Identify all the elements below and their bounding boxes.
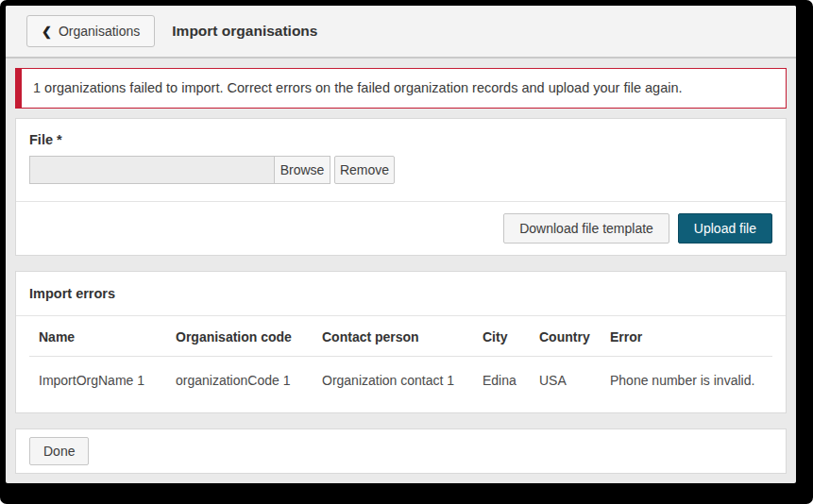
file-input-row: Browse Remove [29,156,772,184]
cell-city: Edina [473,357,530,413]
remove-button[interactable]: Remove [334,156,395,184]
file-field-label: File * [29,132,772,147]
cell-error: Phone number is invalid. [601,357,772,413]
top-bar: ❮ Organisations Import organisations [6,6,796,59]
table-header-row: Name Organisation code Contact person Ci… [29,316,772,357]
import-errors-title: Import errors [16,272,786,315]
cell-country: USA [530,357,601,413]
column-header-organisation-code: Organisation code [166,316,313,357]
column-header-contact-person: Contact person [313,316,473,357]
import-errors-card: Import errors Name Organisation code Con… [15,271,787,413]
chevron-left-icon: ❮ [42,25,52,38]
column-header-country: Country [530,316,601,357]
import-errors-table: Name Organisation code Contact person Ci… [29,316,772,412]
file-path-input[interactable] [29,156,275,184]
download-file-template-button[interactable]: Download file template [503,213,669,244]
browse-button[interactable]: Browse [274,156,330,184]
page-title: Import organisations [172,23,317,40]
column-header-city: City [473,316,530,357]
table-row: ImportOrgName 1 organizationCode 1 Organ… [29,357,772,413]
cell-name: ImportOrgName 1 [29,357,166,413]
done-button[interactable]: Done [29,437,89,465]
footer-card: Done [15,428,787,474]
back-to-organisations-button[interactable]: ❮ Organisations [26,15,155,47]
cell-organisation-code: organizationCode 1 [166,357,313,413]
import-organisations-page: ❮ Organisations Import organisations 1 o… [6,6,796,483]
file-actions: Download file template Upload file [16,202,786,255]
error-alert: 1 organizations failed to import. Correc… [15,68,787,109]
error-alert-message: 1 organizations failed to import. Correc… [33,80,683,95]
app-window: ❮ Organisations Import organisations 1 o… [0,0,813,504]
back-button-label: Organisations [59,24,140,39]
cell-contact-person: Organization contact 1 [313,357,473,413]
column-header-name: Name [29,316,166,357]
column-header-error: Error [601,316,772,357]
main-content: 1 organizations failed to import. Correc… [6,59,796,474]
upload-file-button[interactable]: Upload file [678,213,772,244]
file-field-group: File * Browse Remove [16,119,786,201]
file-upload-card: File * Browse Remove Download file templ… [15,118,787,256]
